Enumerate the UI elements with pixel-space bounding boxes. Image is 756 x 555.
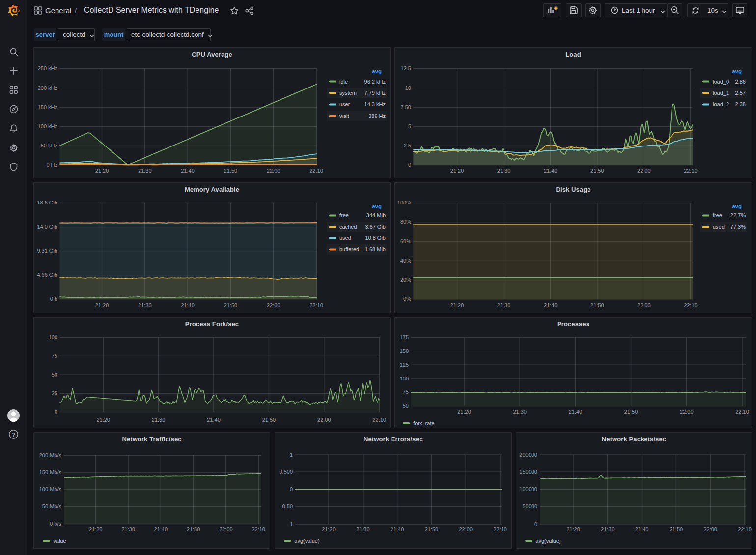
svg-text:0 b/s: 0 b/s	[50, 521, 61, 526]
svg-text:?: ?	[12, 432, 15, 438]
svg-text:4.66 Gib: 4.66 Gib	[37, 272, 57, 278]
svg-text:80%: 80%	[400, 219, 411, 225]
svg-text:22:00: 22:00	[267, 302, 280, 308]
svg-text:50000: 50000	[522, 503, 537, 509]
svg-text:21:20: 21:20	[89, 526, 103, 532]
svg-text:60%: 60%	[400, 238, 411, 244]
svg-text:21:20: 21:20	[450, 302, 464, 308]
svg-text:used: used	[713, 224, 725, 230]
svg-text:175: 175	[400, 334, 409, 340]
svg-text:12.5: 12.5	[401, 65, 411, 71]
svg-text:21:40: 21:40	[391, 526, 404, 532]
svg-text:9.31 Gib: 9.31 Gib	[37, 248, 57, 254]
svg-text:21:50: 21:50	[590, 302, 604, 308]
svg-text:21:40: 21:40	[181, 168, 195, 174]
svg-text:0: 0	[55, 409, 57, 415]
svg-text:21:30: 21:30	[138, 168, 152, 174]
svg-text:77.3%: 77.3%	[730, 224, 746, 230]
svg-text:free: free	[339, 212, 349, 218]
svg-text:14.0 Gib: 14.0 Gib	[37, 224, 57, 230]
svg-text:50: 50	[403, 403, 409, 409]
svg-text:22:10: 22:10	[684, 168, 698, 174]
svg-text:100000: 100000	[519, 486, 537, 492]
svg-text:386 Hz: 386 Hz	[368, 113, 386, 119]
svg-text:7.79 kHz: 7.79 kHz	[364, 90, 386, 96]
svg-text:344 Mib: 344 Mib	[366, 212, 386, 218]
svg-text:21:20: 21:20	[450, 168, 464, 174]
svg-text:21:30: 21:30	[356, 526, 370, 532]
svg-text:21:30: 21:30	[497, 168, 511, 174]
svg-text:40%: 40%	[400, 258, 411, 263]
svg-text:wait: wait	[339, 113, 349, 119]
svg-text:avg(value): avg(value)	[535, 538, 560, 544]
svg-text:22:00: 22:00	[637, 168, 651, 174]
svg-text:200 kHz: 200 kHz	[38, 85, 57, 91]
svg-text:21:50: 21:50	[425, 526, 439, 532]
svg-text:21:20: 21:20	[322, 526, 336, 532]
svg-text:21:50: 21:50	[670, 526, 683, 532]
svg-text:21:40: 21:40	[181, 302, 195, 308]
svg-text:system: system	[339, 90, 357, 96]
svg-text:21:20: 21:20	[95, 168, 109, 174]
svg-text:avg: avg	[732, 68, 742, 74]
svg-text:150 kHz: 150 kHz	[38, 104, 57, 110]
svg-text:avg: avg	[372, 68, 382, 74]
svg-text:21:50: 21:50	[187, 526, 200, 532]
svg-text:21:20: 21:20	[457, 409, 471, 415]
svg-text:22:00: 22:00	[267, 168, 280, 174]
svg-text:18.6 Gib: 18.6 Gib	[37, 200, 57, 205]
svg-text:fork_rate: fork_rate	[413, 420, 434, 426]
svg-text:21:20: 21:20	[95, 302, 109, 308]
svg-text:21:40: 21:40	[207, 417, 221, 423]
svg-text:21:30: 21:30	[152, 417, 166, 423]
svg-text:200 Mb/s: 200 Mb/s	[39, 452, 62, 458]
svg-text:22:00: 22:00	[219, 526, 233, 532]
svg-text:21:40: 21:40	[154, 526, 168, 532]
svg-text:0%: 0%	[403, 296, 411, 302]
svg-text:5: 5	[408, 123, 411, 129]
svg-text:0: 0	[534, 521, 537, 527]
svg-text:96.2 kHz: 96.2 kHz	[364, 79, 386, 85]
svg-text:250 kHz: 250 kHz	[38, 65, 57, 71]
svg-text:2.57: 2.57	[735, 90, 746, 96]
svg-text:cached: cached	[339, 224, 357, 230]
svg-text:7.50: 7.50	[401, 104, 411, 110]
svg-text:21:40: 21:40	[635, 526, 649, 532]
svg-text:21:50: 21:50	[624, 409, 638, 415]
svg-text:100: 100	[400, 376, 409, 381]
svg-text:25: 25	[52, 390, 57, 396]
svg-text:21:30: 21:30	[121, 526, 135, 532]
svg-text:0 Hz: 0 Hz	[46, 162, 57, 168]
svg-text:avg: avg	[732, 204, 742, 209]
svg-text:value: value	[53, 538, 66, 544]
svg-text:21:20: 21:20	[96, 417, 110, 423]
svg-text:22:00: 22:00	[317, 417, 331, 423]
svg-text:22:10: 22:10	[309, 302, 323, 308]
svg-text:load_0: load_0	[713, 79, 729, 85]
svg-text:75: 75	[52, 353, 57, 359]
svg-text:22:10: 22:10	[735, 409, 749, 415]
svg-text:21:50: 21:50	[224, 302, 238, 308]
svg-text:21:40: 21:40	[569, 409, 583, 415]
svg-text:22:10: 22:10	[372, 417, 386, 423]
svg-text:21:30: 21:30	[138, 302, 152, 308]
svg-text:10: 10	[405, 85, 411, 91]
svg-text:150 Mb/s: 150 Mb/s	[39, 469, 62, 475]
svg-text:22:10: 22:10	[684, 302, 698, 308]
svg-text:10.8 Gib: 10.8 Gib	[365, 235, 386, 241]
svg-text:125: 125	[400, 362, 409, 368]
svg-text:load_1: load_1	[713, 90, 729, 96]
svg-text:22:00: 22:00	[637, 302, 651, 308]
svg-text:75: 75	[403, 389, 409, 395]
svg-text:22:10: 22:10	[738, 526, 752, 532]
svg-text:100%: 100%	[397, 200, 411, 205]
svg-text:0.500: 0.500	[279, 469, 293, 475]
svg-text:100: 100	[49, 334, 57, 340]
svg-text:14.3 kHz: 14.3 kHz	[364, 101, 386, 107]
svg-text:22:10: 22:10	[493, 526, 507, 532]
svg-text:1: 1	[290, 452, 293, 458]
svg-text:2.5: 2.5	[404, 143, 411, 148]
svg-text:21:30: 21:30	[601, 526, 615, 532]
svg-text:1.68 Mib: 1.68 Mib	[365, 246, 386, 252]
svg-text:2.38: 2.38	[735, 101, 746, 107]
